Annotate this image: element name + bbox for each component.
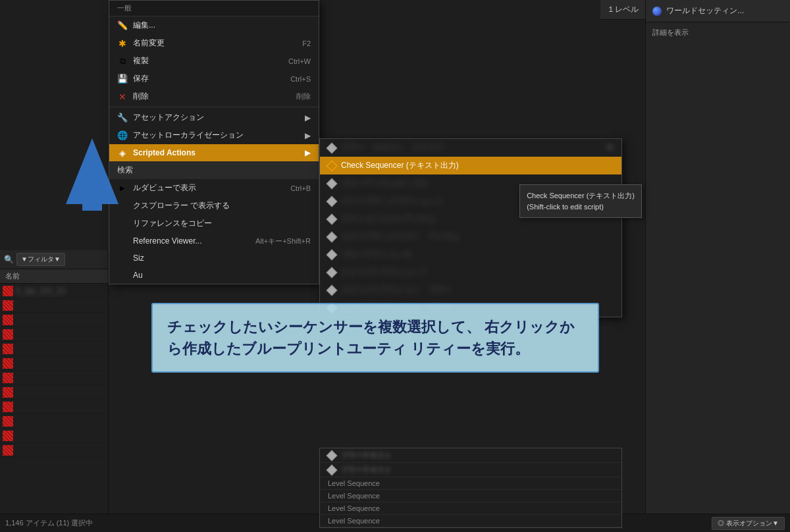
menu-item-save[interactable]: 💾 保存 Ctrl+S xyxy=(109,70,319,88)
submenu-item[interactable]: ブラー テキスト スクリプ 明 xyxy=(320,139,621,157)
column-header: 名前 xyxy=(0,269,108,284)
asset-icon xyxy=(3,431,13,441)
annotation-text: チェックしたいシーケンサーを複数選択して、 右クリックから作成したブループリント… xyxy=(167,316,583,359)
filter-button[interactable]: ▼フィルタ▼ xyxy=(16,253,65,266)
list-item[interactable] xyxy=(0,313,108,327)
menu-item-asset-action[interactable]: 🔧 アセットアクション ▶ xyxy=(109,109,319,126)
duplicate-icon: ⧉ xyxy=(117,56,128,66)
submenu-item[interactable]: スクリプトアクション ブラー xyxy=(320,281,621,299)
asset-icon xyxy=(3,402,13,412)
diamond-icon xyxy=(327,231,338,242)
menu-item-rename[interactable]: ✱ 名前変更 F2 xyxy=(109,34,319,52)
diamond-icon xyxy=(327,464,338,475)
right-panel: ワールドセッティン... 詳細を表示 xyxy=(645,0,790,532)
tooltip: Check Sequencer (テキスト出力) (Shift-click to… xyxy=(519,184,642,218)
list-item[interactable] xyxy=(0,342,108,356)
save-icon: 💾 xyxy=(117,74,128,84)
level-seq-row: ブラーテキスト xyxy=(320,463,621,477)
diamond-gold-icon xyxy=(327,160,338,171)
diamond-icon xyxy=(327,213,338,225)
level-seq-row: ブラーテキスト xyxy=(320,448,621,463)
blue-arrow-annotation xyxy=(59,132,125,211)
svg-marker-1 xyxy=(66,138,118,211)
menu-item-scripted-actions[interactable]: ◈ Scripted Actions ▶ xyxy=(109,144,319,161)
submenu-item[interactable]: スクリプテッドリスト アイテム xyxy=(320,228,621,246)
menu-divider xyxy=(109,107,319,107)
viewer-icon xyxy=(117,236,128,246)
diamond-icon xyxy=(327,178,338,189)
list-item[interactable] xyxy=(0,414,108,429)
copy-icon xyxy=(117,219,128,229)
menu-item-worldview[interactable]: ▶ ルダビューで表示 Ctrl+B xyxy=(109,179,319,197)
submenu-item-check-sequencer[interactable]: Check Sequencer (テキスト出力) xyxy=(320,157,621,174)
list-item[interactable] xyxy=(0,429,108,443)
asset-icon xyxy=(3,286,13,296)
asset-icon xyxy=(3,358,13,369)
menu-item-ref-copy[interactable]: リファレンスをコピー xyxy=(109,215,319,232)
au-icon xyxy=(117,270,128,280)
right-panel-tab[interactable]: ワールドセッティン... xyxy=(646,0,790,22)
asset-action-icon: 🔧 xyxy=(117,113,128,123)
diamond-icon xyxy=(327,142,338,153)
submenu-arrow-icon: ▶ xyxy=(305,113,311,122)
list-item[interactable] xyxy=(0,400,108,414)
asset-name: 0_dpi_101_01 xyxy=(16,286,66,296)
diamond-icon xyxy=(327,267,338,278)
items-count: 1,146 アイテム (11) 選択中 xyxy=(5,518,93,528)
asset-icon xyxy=(3,387,13,398)
level-seq-row-ls4: Level Sequence xyxy=(320,515,621,527)
asset-icon xyxy=(3,344,13,354)
asset-icon xyxy=(3,416,13,427)
status-right: ◎ 表示オプション▼ xyxy=(712,517,785,530)
scripted-actions-arrow: ▶ xyxy=(305,148,311,157)
asset-rows: 0_dpi_101_01 xyxy=(0,284,108,458)
menu-search-row: 検索 xyxy=(109,161,319,179)
menu-item-size[interactable]: Siz xyxy=(109,250,319,267)
list-item[interactable] xyxy=(0,327,108,342)
diamond-icon xyxy=(327,249,338,260)
asset-icon xyxy=(3,373,13,383)
annotation-box: チェックしたいシーケンサーを複数選択して、 右クリックから作成したブループリント… xyxy=(151,303,599,373)
scripted-actions-submenu: ブラー テキスト スクリプ 明 Check Sequencer (テキスト出力)… xyxy=(319,138,622,317)
filter-bar: 🔍 ▼フィルタ▼ xyxy=(0,250,108,269)
diamond-icon xyxy=(327,196,338,207)
menu-item-localization[interactable]: 🌐 アセットローカライゼーション ▶ xyxy=(109,126,319,144)
asset-icon xyxy=(3,315,13,325)
level-indicator: １レベル xyxy=(600,0,645,20)
world-sphere-icon xyxy=(652,7,662,16)
diamond-icon xyxy=(327,284,338,296)
list-item[interactable] xyxy=(0,356,108,371)
context-menu: 一般 ✏️ 編集... ✱ 名前変更 F2 ⧉ 複製 Ctrl+W 💾 保存 C… xyxy=(109,0,319,284)
submenu-arrow-icon-2: ▶ xyxy=(305,131,311,140)
right-panel-detail: 詳細を表示 xyxy=(646,22,790,43)
menu-item-ref-viewer[interactable]: Reference Viewer... Alt+キー+Shift+R xyxy=(109,232,319,250)
check-sequencer-label: Check Sequencer (テキスト出力) xyxy=(341,160,614,171)
tooltip-text: Check Sequencer (テキスト出力) (Shift-click to… xyxy=(527,190,635,212)
list-item[interactable] xyxy=(0,443,108,458)
list-item[interactable]: 0_dpi_101_01 xyxy=(0,284,108,298)
submenu-item[interactable]: ブルーアクション６ xyxy=(320,246,621,263)
menu-item-duplicate[interactable]: ⧉ 複製 Ctrl+W xyxy=(109,52,319,70)
edit-icon: ✏️ xyxy=(117,20,128,31)
menu-item-au[interactable]: Au xyxy=(109,267,319,284)
diamond-icon xyxy=(327,450,338,461)
search-icon: 🔍 xyxy=(4,255,14,264)
menu-section-header: 一般 xyxy=(109,1,319,16)
view-options-button[interactable]: ◎ 表示オプション▼ xyxy=(712,517,785,530)
delete-icon: ✕ xyxy=(117,92,128,102)
left-asset-panel: 🔍 ▼フィルタ▼ 名前 0_dpi_101_01 xyxy=(0,250,109,532)
list-item[interactable] xyxy=(0,385,108,400)
list-item[interactable] xyxy=(0,371,108,385)
asset-icon xyxy=(3,445,13,456)
rename-icon: ✱ xyxy=(117,38,128,49)
list-item[interactable] xyxy=(0,298,108,313)
level-seq-row-ls3: Level Sequence xyxy=(320,502,621,515)
size-icon xyxy=(117,253,128,263)
menu-item-explorer[interactable]: クスプローラー で表示する xyxy=(109,197,319,215)
level-seq-row-ls1: Level Sequence xyxy=(320,477,621,490)
menu-item-delete[interactable]: ✕ 削除 削除 xyxy=(109,88,319,105)
menu-item-edit[interactable]: ✏️ 編集... xyxy=(109,16,319,34)
submenu-item[interactable]: スクリプトアクション７ xyxy=(320,263,621,281)
world-settings-tab[interactable]: ワールドセッティン... xyxy=(666,6,744,15)
level-label: １レベル xyxy=(607,5,639,14)
